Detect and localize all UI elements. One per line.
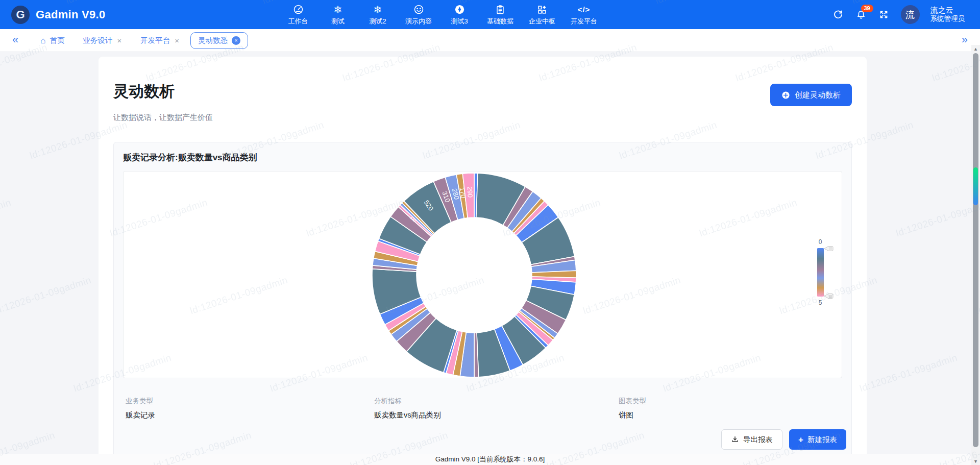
scrollbar-thumb[interactable] xyxy=(973,53,978,447)
nav-item-label: 企业中枢 xyxy=(529,17,555,26)
fullscreen-icon[interactable] xyxy=(878,9,890,21)
meta-value: 贩卖数量vs商品类别 xyxy=(374,410,619,420)
donut-chart[interactable]: 18520310280170290 0 xyxy=(123,171,842,378)
open-tabs: ⌂首页业务设计×开发平台×灵动数悉× xyxy=(33,32,248,50)
app-title: Gadmin V9.0 xyxy=(36,8,106,21)
tab-label: 灵动数悉 xyxy=(198,36,228,45)
notification-badge: 39 xyxy=(861,5,873,12)
tab-close-icon[interactable]: × xyxy=(117,36,122,45)
meta-label: 图表类型 xyxy=(619,397,842,406)
logo-icon: G xyxy=(11,6,30,24)
nav-item-label: 基础数据 xyxy=(487,17,513,26)
export-report-button[interactable]: 导出报表 xyxy=(721,429,782,450)
meta-item: 图表类型饼图 xyxy=(619,397,842,420)
nav-item-基础数据[interactable]: 基础数据 xyxy=(487,0,513,29)
meta-item: 分析指标贩卖数量vs商品类别 xyxy=(374,397,619,420)
nav-item-演示内容[interactable]: 演示内容 xyxy=(405,0,432,29)
tab-首页[interactable]: ⌂首页 xyxy=(33,32,72,50)
clipboard-icon xyxy=(495,4,506,16)
pie-chart-svg: 18520310280170290 xyxy=(367,171,581,378)
snowflake-icon: ❄ xyxy=(334,4,342,16)
scrollbar-up-arrow[interactable]: ▲ xyxy=(971,45,980,53)
top-nav: 工作台❄测试❄测试2演示内容测试3基础数据企业中枢</>开发平台 xyxy=(286,0,597,29)
nav-item-label: 工作台 xyxy=(288,17,308,26)
nav-item-测试3[interactable]: 测试3 xyxy=(447,0,472,29)
page-title: 灵动数析 xyxy=(113,81,213,102)
scrollbar-down-arrow[interactable]: ▼ xyxy=(971,457,980,465)
tabs-expand-button[interactable]: » xyxy=(962,33,968,48)
refresh-icon[interactable] xyxy=(832,9,844,21)
nav-item-开发平台[interactable]: </>开发平台 xyxy=(571,0,597,29)
avatar[interactable]: 流 xyxy=(901,5,920,24)
meta-label: 分析指标 xyxy=(374,397,619,406)
nav-item-测试[interactable]: ❄测试 xyxy=(326,0,350,29)
main-content: 灵动数析 让数据说话，让数据产生价值 创建灵动数析 贩卖记录分析:贩卖数量vs商… xyxy=(0,52,971,454)
nav-item-工作台[interactable]: 工作台 xyxy=(286,0,310,29)
report-meta: 业务类型贩卖记录分析指标贩卖数量vs商品类别图表类型饼图 xyxy=(123,397,842,420)
nav-item-企业中枢[interactable]: 企业中枢 xyxy=(529,0,555,29)
home-icon: ⌂ xyxy=(40,36,45,45)
compass-icon xyxy=(454,4,465,16)
meta-label: 业务类型 xyxy=(126,397,374,406)
header-actions: 39 流 流之云 系统管理员 xyxy=(832,0,965,29)
meta-item: 业务类型贩卖记录 xyxy=(126,397,374,420)
app-logo[interactable]: G Gadmin V9.0 xyxy=(0,6,133,24)
nav-item-label: 测试 xyxy=(331,17,345,26)
tab-业务设计[interactable]: 业务设计× xyxy=(76,32,130,50)
footer-version-text: Gadmin V9.0 [当前系统版本：9.0.6] xyxy=(435,455,545,464)
visualmap-handle-bottom xyxy=(824,294,833,299)
user-role: 系统管理员 xyxy=(930,15,965,23)
tabs-collapse-button[interactable]: « xyxy=(0,33,26,48)
create-analysis-button[interactable]: 创建灵动数析 xyxy=(770,84,852,106)
nav-item-label: 开发平台 xyxy=(571,17,597,26)
plus-icon: + xyxy=(798,435,803,444)
download-icon xyxy=(731,435,739,444)
visualmap-max-label: 5 xyxy=(819,299,822,306)
pie-slice-label: 290 xyxy=(465,186,474,198)
plus-circle-icon xyxy=(781,91,790,100)
code-icon: </> xyxy=(578,4,591,16)
tab-开发平台[interactable]: 开发平台× xyxy=(133,32,187,50)
page-subtitle: 让数据说话，让数据产生价值 xyxy=(113,113,213,123)
tab-close-icon[interactable]: × xyxy=(232,36,240,45)
tab-label: 业务设计 xyxy=(83,36,113,45)
meta-value: 饼图 xyxy=(619,410,842,420)
tab-bar: « ⌂首页业务设计×开发平台×灵动数悉× » xyxy=(0,29,980,52)
page-scrollbar[interactable]: ▲ ▼ xyxy=(971,45,980,465)
visualmap-legend[interactable]: 0 5 xyxy=(812,238,836,313)
tab-label: 开发平台 xyxy=(140,36,170,45)
footer: Gadmin V9.0 [当前系统版本：9.0.6] xyxy=(0,454,980,465)
meta-value: 贩卖记录 xyxy=(126,410,374,420)
snowflake-icon: ❄ xyxy=(374,4,382,16)
user-menu[interactable]: 流之云 系统管理员 xyxy=(930,6,965,24)
app-header: G Gadmin V9.0 工作台❄测试❄测试2演示内容测试3基础数据企业中枢<… xyxy=(0,0,980,29)
nav-item-测试2[interactable]: ❄测试2 xyxy=(365,0,390,29)
visualmap-min-label: 0 xyxy=(819,238,822,246)
tab-close-icon[interactable]: × xyxy=(174,36,180,45)
report-heading: 贩卖记录分析:贩卖数量vs商品类别 xyxy=(123,152,842,163)
page-card: 灵动数析 让数据说话，让数据产生价值 创建灵动数析 贩卖记录分析:贩卖数量vs商… xyxy=(99,57,867,454)
grid-icon xyxy=(536,4,548,16)
nav-item-label: 演示内容 xyxy=(405,17,432,26)
smiley-icon xyxy=(413,4,425,16)
notification-bell-icon[interactable]: 39 xyxy=(855,9,867,21)
user-name: 流之云 xyxy=(930,6,965,15)
gauge-icon xyxy=(292,4,304,16)
nav-item-label: 测试2 xyxy=(369,17,386,26)
nav-item-label: 测试3 xyxy=(451,17,468,26)
tab-灵动数悉[interactable]: 灵动数悉× xyxy=(190,32,248,49)
tab-label: 首页 xyxy=(50,36,65,45)
new-report-button[interactable]: + 新建报表 xyxy=(789,429,846,450)
inner-scrollbar-thumb[interactable] xyxy=(973,167,978,205)
visualmap-handle-top xyxy=(824,247,833,251)
report-panel: 贩卖记录分析:贩卖数量vs商品类别 18520310280170290 xyxy=(113,142,852,454)
